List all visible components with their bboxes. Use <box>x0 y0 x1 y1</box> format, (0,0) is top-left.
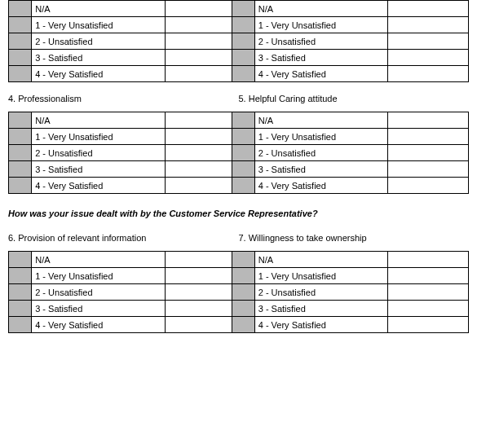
table-row: 1 - Very Unsatisfied 1 - Very Unsatisfie… <box>9 129 469 145</box>
question-row-6-7: 6. Provision of relevant information 7. … <box>8 222 469 251</box>
rating-blank-cell[interactable] <box>165 301 232 317</box>
rating-blank-cell[interactable] <box>388 50 469 66</box>
rating-blank-cell[interactable] <box>165 252 232 268</box>
rating-blank-cell[interactable] <box>388 161 469 178</box>
rating-label: 3 - Satisfied <box>32 301 166 317</box>
table-row: 3 - Satisfied 3 - Satisfied <box>9 301 469 317</box>
rating-checkbox-cell[interactable] <box>232 252 254 268</box>
question-7-label: 7. Willingness to take ownership <box>239 233 470 243</box>
rating-table-block-1: N/A N/A 1 - Very Unsatisfied 1 - Very Un… <box>8 0 469 82</box>
rating-checkbox-cell[interactable] <box>9 268 32 284</box>
rating-checkbox-cell[interactable] <box>232 268 254 284</box>
rating-blank-cell[interactable] <box>388 112 469 129</box>
rating-checkbox-cell[interactable] <box>232 1 254 17</box>
rating-checkbox-cell[interactable] <box>9 317 32 333</box>
rating-blank-cell[interactable] <box>165 112 232 129</box>
rating-checkbox-cell[interactable] <box>9 301 32 317</box>
rating-blank-cell[interactable] <box>165 66 232 82</box>
question-4-label: 4. Professionalism <box>8 94 239 103</box>
rating-table-block-2: N/A N/A 1 - Very Unsatisfied 1 - Very Un… <box>8 112 469 194</box>
rating-checkbox-cell[interactable] <box>232 161 254 178</box>
rating-checkbox-cell[interactable] <box>9 33 32 50</box>
rating-label: N/A <box>32 252 166 268</box>
rating-checkbox-cell[interactable] <box>232 317 254 333</box>
rating-blank-cell[interactable] <box>165 129 232 145</box>
rating-blank-cell[interactable] <box>388 17 469 33</box>
rating-label: 1 - Very Unsatisfied <box>254 268 388 284</box>
rating-checkbox-cell[interactable] <box>9 284 32 301</box>
section-heading: How was your issue dealt with by the Cus… <box>8 194 469 222</box>
question-row-4-5: 4. Professionalism 5. Helpful Caring att… <box>8 82 469 112</box>
table-row: 2 - Unsatisfied 2 - Unsatisfied <box>9 145 469 161</box>
rating-label: 4 - Very Satisfied <box>32 317 166 333</box>
table-row: 2 - Unsatisfied 2 - Unsatisfied <box>9 284 469 301</box>
rating-blank-cell[interactable] <box>165 317 232 333</box>
rating-blank-cell[interactable] <box>165 268 232 284</box>
rating-blank-cell[interactable] <box>165 17 232 33</box>
rating-label: 2 - Unsatisfied <box>254 145 388 161</box>
table-row: N/A N/A <box>9 1 469 17</box>
table-row: N/A N/A <box>9 252 469 268</box>
rating-blank-cell[interactable] <box>388 129 469 145</box>
rating-label: 1 - Very Unsatisfied <box>32 129 166 145</box>
rating-blank-cell[interactable] <box>165 145 232 161</box>
question-6-label: 6. Provision of relevant information <box>8 233 239 243</box>
rating-checkbox-cell[interactable] <box>232 145 254 161</box>
rating-checkbox-cell[interactable] <box>9 112 32 129</box>
rating-checkbox-cell[interactable] <box>232 284 254 301</box>
rating-blank-cell[interactable] <box>388 252 469 268</box>
rating-blank-cell[interactable] <box>165 1 232 17</box>
rating-label: 3 - Satisfied <box>254 50 388 66</box>
rating-label: 1 - Very Unsatisfied <box>254 129 388 145</box>
rating-checkbox-cell[interactable] <box>232 129 254 145</box>
table-row: 1 - Very Unsatisfied 1 - Very Unsatisfie… <box>9 268 469 284</box>
rating-label: 2 - Unsatisfied <box>32 33 166 50</box>
rating-blank-cell[interactable] <box>388 178 469 194</box>
rating-checkbox-cell[interactable] <box>232 33 254 50</box>
rating-blank-cell[interactable] <box>388 66 469 82</box>
table-row: 4 - Very Satisfied 4 - Very Satisfied <box>9 66 469 82</box>
rating-checkbox-cell[interactable] <box>232 178 254 194</box>
rating-blank-cell[interactable] <box>388 33 469 50</box>
rating-blank-cell[interactable] <box>165 161 232 178</box>
rating-checkbox-cell[interactable] <box>232 301 254 317</box>
rating-label: N/A <box>254 252 388 268</box>
rating-blank-cell[interactable] <box>165 33 232 50</box>
rating-checkbox-cell[interactable] <box>9 252 32 268</box>
rating-checkbox-cell[interactable] <box>232 50 254 66</box>
question-5-label: 5. Helpful Caring attitude <box>239 94 470 103</box>
rating-blank-cell[interactable] <box>388 268 469 284</box>
rating-checkbox-cell[interactable] <box>9 178 32 194</box>
rating-label: 2 - Unsatisfied <box>32 145 166 161</box>
rating-blank-cell[interactable] <box>388 1 469 17</box>
table-row: N/A N/A <box>9 112 469 129</box>
rating-blank-cell[interactable] <box>388 301 469 317</box>
rating-checkbox-cell[interactable] <box>232 17 254 33</box>
table-row: 1 - Very Unsatisfied 1 - Very Unsatisfie… <box>9 17 469 33</box>
rating-checkbox-cell[interactable] <box>9 129 32 145</box>
rating-blank-cell[interactable] <box>388 145 469 161</box>
rating-blank-cell[interactable] <box>388 284 469 301</box>
rating-checkbox-cell[interactable] <box>9 66 32 82</box>
rating-label: 3 - Satisfied <box>254 161 388 178</box>
rating-checkbox-cell[interactable] <box>9 145 32 161</box>
rating-checkbox-cell[interactable] <box>9 161 32 178</box>
rating-label: 4 - Very Satisfied <box>254 66 388 82</box>
rating-label: N/A <box>32 1 166 17</box>
rating-checkbox-cell[interactable] <box>232 66 254 82</box>
rating-checkbox-cell[interactable] <box>9 1 32 17</box>
table-row: 3 - Satisfied 3 - Satisfied <box>9 50 469 66</box>
rating-label: 1 - Very Unsatisfied <box>32 17 166 33</box>
rating-checkbox-cell[interactable] <box>9 50 32 66</box>
rating-label: N/A <box>254 112 388 129</box>
rating-blank-cell[interactable] <box>388 317 469 333</box>
rating-blank-cell[interactable] <box>165 178 232 194</box>
rating-label: 2 - Unsatisfied <box>32 284 166 301</box>
rating-blank-cell[interactable] <box>165 284 232 301</box>
rating-checkbox-cell[interactable] <box>9 17 32 33</box>
rating-checkbox-cell[interactable] <box>232 112 254 129</box>
rating-label: 2 - Unsatisfied <box>254 33 388 50</box>
rating-label: 3 - Satisfied <box>32 161 166 178</box>
rating-blank-cell[interactable] <box>165 50 232 66</box>
rating-label: 1 - Very Unsatisfied <box>32 268 166 284</box>
